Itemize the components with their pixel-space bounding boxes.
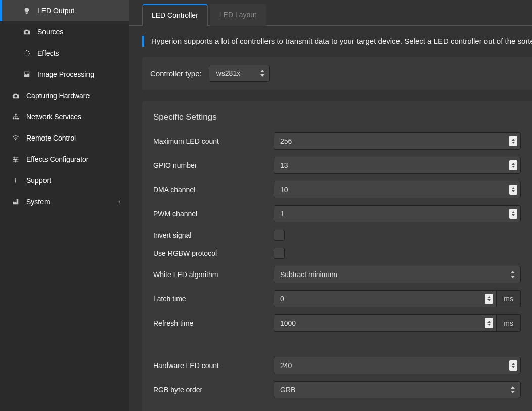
sidebar-item-label: Image Processing	[37, 70, 94, 78]
select-caret-icon	[260, 70, 265, 77]
svg-rect-9	[13, 118, 15, 120]
specific-settings-title: Specific Settings	[153, 112, 521, 122]
image-icon	[22, 71, 31, 78]
chevron-left-icon: ‹	[118, 198, 120, 205]
controller-type-value: ws281x	[216, 69, 240, 77]
svg-point-3	[28, 55, 29, 56]
svg-rect-11	[17, 118, 19, 120]
sidebar-item-effects[interactable]: Effects	[0, 42, 129, 64]
select-caret-icon	[510, 386, 515, 393]
controller-type-select[interactable]: ws281x	[209, 65, 270, 82]
dma-input[interactable]: 10	[274, 181, 521, 198]
stepper-icon[interactable]	[509, 209, 517, 219]
svg-point-7	[25, 51, 25, 52]
stepper-icon[interactable]	[509, 160, 517, 170]
latch-time-label: Latch time	[153, 295, 274, 303]
industry-icon	[11, 198, 20, 205]
sliders-icon	[11, 156, 20, 163]
max-led-count-input[interactable]: 256	[274, 132, 521, 150]
latch-time-input[interactable]: 0	[274, 290, 497, 307]
invert-signal-checkbox[interactable]	[274, 230, 285, 241]
sidebar-item-label: Support	[26, 176, 51, 185]
select-caret-icon	[510, 271, 515, 278]
svg-point-12	[15, 178, 16, 179]
gpio-input[interactable]: 13	[274, 157, 521, 174]
tab-led-controller[interactable]: LED Controller	[142, 4, 208, 26]
sidebar-item-remote-control[interactable]: Remote Control	[0, 127, 129, 149]
svg-point-2	[29, 53, 30, 54]
sidebar-item-system[interactable]: System ‹	[0, 191, 129, 212]
sidebar-item-effects-configurator[interactable]: Effects Configurator	[0, 149, 129, 170]
white-algo-label: White LED algorithm	[153, 270, 274, 279]
main-content: LED Controller LED Layout Hyperion suppo…	[129, 0, 532, 411]
wifi-icon	[11, 134, 20, 142]
rgb-order-label: RGB byte order	[153, 386, 274, 394]
tab-bar: LED Controller LED Layout	[129, 0, 532, 26]
latch-unit: ms	[497, 290, 521, 307]
camera-icon	[11, 92, 20, 99]
camera-icon	[22, 28, 31, 35]
max-led-count-label: Maximum LED count	[153, 137, 274, 145]
hw-led-count-input[interactable]: 240	[274, 357, 521, 374]
svg-point-4	[26, 56, 27, 56]
white-algo-select[interactable]: Subtract minimum	[274, 266, 521, 283]
sidebar: LED Output Sources Effects Image Process…	[0, 0, 129, 411]
stepper-icon[interactable]	[509, 136, 517, 146]
sidebar-item-led-output[interactable]: LED Output	[0, 0, 129, 21]
sidebar-item-sources[interactable]: Sources	[0, 21, 129, 42]
stepper-icon[interactable]	[485, 318, 493, 328]
lightbulb-icon	[22, 7, 31, 14]
svg-point-1	[28, 51, 29, 52]
sidebar-item-label: LED Output	[37, 7, 74, 15]
svg-point-6	[24, 53, 24, 53]
svg-point-0	[26, 50, 28, 51]
sidebar-item-capturing-hardware[interactable]: Capturing Hardware	[0, 85, 129, 106]
controller-type-label: Controller type:	[150, 69, 202, 78]
info-banner: Hyperion supports a lot of controllers t…	[142, 36, 532, 47]
sidebar-item-label: System	[26, 198, 50, 206]
specific-settings-card: Specific Settings Maximum LED count 256 …	[142, 101, 532, 411]
sidebar-item-label: Remote Control	[26, 134, 76, 142]
pwm-label: PWM channel	[153, 210, 274, 218]
rgbw-checkbox[interactable]	[274, 248, 285, 259]
sidebar-item-label: Network Services	[26, 113, 81, 121]
controller-type-row: Controller type: ws281x	[142, 57, 532, 90]
svg-rect-10	[15, 118, 17, 120]
refresh-time-label: Refresh time	[153, 319, 274, 327]
rgb-order-select[interactable]: GRB	[274, 381, 521, 398]
info-icon	[11, 177, 20, 184]
sidebar-item-network-services[interactable]: Network Services	[0, 106, 129, 127]
svg-rect-13	[15, 179, 16, 182]
sidebar-item-label: Sources	[37, 28, 63, 36]
stepper-icon[interactable]	[485, 294, 493, 304]
sidebar-item-label: Effects Configurator	[26, 155, 88, 163]
sidebar-item-image-processing[interactable]: Image Processing	[0, 64, 129, 85]
pwm-input[interactable]: 1	[274, 205, 521, 222]
dma-label: DMA channel	[153, 186, 274, 194]
refresh-unit: ms	[497, 314, 521, 332]
stepper-icon[interactable]	[509, 360, 517, 371]
rgbw-label: Use RGBW protocol	[153, 249, 274, 257]
gpio-label: GPIO number	[153, 161, 274, 169]
sitemap-icon	[11, 113, 20, 120]
svg-point-5	[25, 55, 25, 55]
invert-signal-label: Invert signal	[153, 231, 274, 239]
hw-led-count-label: Hardware LED count	[153, 361, 274, 370]
refresh-time-input[interactable]: 1000	[274, 314, 497, 332]
sidebar-item-label: Capturing Hardware	[26, 92, 90, 100]
svg-rect-8	[15, 114, 17, 115]
sidebar-item-label: Effects	[37, 49, 59, 57]
stepper-icon[interactable]	[509, 185, 517, 195]
sidebar-item-support[interactable]: Support	[0, 170, 129, 191]
spinner-icon	[22, 50, 31, 57]
tab-led-layout[interactable]: LED Layout	[210, 4, 266, 26]
